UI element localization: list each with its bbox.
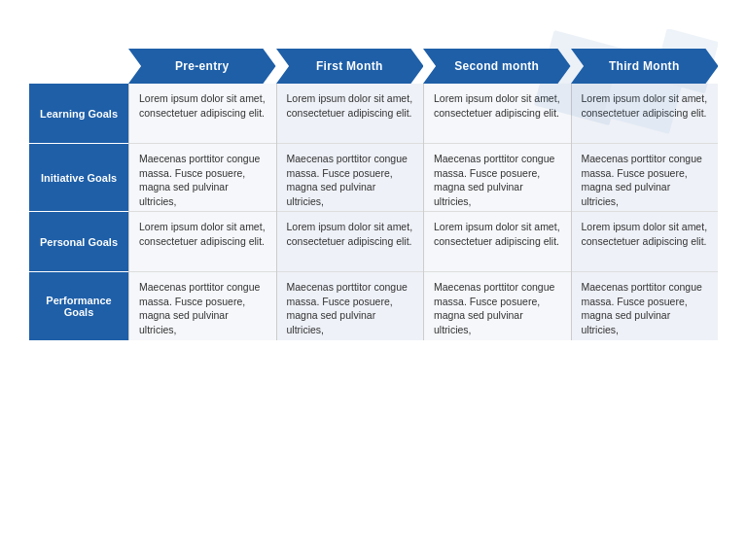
header-label-pre-entry: Pre-entry [175, 59, 229, 73]
header-arrow-third-month: Third Month [571, 49, 719, 84]
header-arrow-pre-entry: Pre-entry [128, 49, 276, 84]
cell-initiative-goals-third-month: Maecenas porttitor congue massa. Fusce p… [572, 144, 719, 212]
cell-learning-goals-third-month: Lorem ipsum dolor sit amet, consectetuer… [572, 84, 719, 144]
cell-personal-goals-pre-entry: Lorem ipsum dolor sit amet, consectetuer… [129, 212, 276, 272]
cell-performance-goals-third-month: Maecenas porttitor congue massa. Fusce p… [572, 272, 719, 340]
header-label-third-month: Third Month [609, 59, 680, 73]
cell-learning-goals-first-month: Lorem ipsum dolor sit amet, consectetuer… [277, 84, 424, 144]
row-label-initiative-goals: Initiative Goals [29, 144, 128, 212]
cell-personal-goals-third-month: Lorem ipsum dolor sit amet, consectetuer… [572, 212, 719, 272]
data-col-pre-entry: Lorem ipsum dolor sit amet, consectetuer… [128, 84, 276, 340]
cell-performance-goals-second-month: Maecenas porttitor congue massa. Fusce p… [424, 272, 571, 340]
header-row: Pre-entry First Month Second month Third… [128, 49, 718, 84]
cell-initiative-goals-first-month: Maecenas porttitor congue massa. Fusce p… [277, 144, 424, 212]
header-label-first-month: First Month [316, 59, 383, 73]
row-label-performance-goals: Performance Goals [29, 272, 128, 340]
cell-personal-goals-first-month: Lorem ipsum dolor sit amet, consectetuer… [277, 212, 424, 272]
data-columns: Lorem ipsum dolor sit amet, consectetuer… [128, 84, 718, 340]
header-label-second-month: Second month [454, 59, 539, 73]
cell-performance-goals-first-month: Maecenas porttitor congue massa. Fusce p… [277, 272, 424, 340]
data-col-second-month: Lorem ipsum dolor sit amet, consectetuer… [423, 84, 571, 340]
row-labels-column: Learning GoalsInitiative GoalsPersonal G… [29, 84, 128, 340]
cell-personal-goals-second-month: Lorem ipsum dolor sit amet, consectetuer… [424, 212, 571, 272]
data-col-third-month: Lorem ipsum dolor sit amet, consectetuer… [571, 84, 719, 340]
row-label-learning-goals: Learning Goals [29, 84, 128, 144]
row-label-personal-goals: Personal Goals [29, 212, 128, 272]
data-table: Learning GoalsInitiative GoalsPersonal G… [29, 84, 718, 340]
cell-initiative-goals-second-month: Maecenas porttitor congue massa. Fusce p… [424, 144, 571, 212]
cell-performance-goals-pre-entry: Maecenas porttitor congue massa. Fusce p… [129, 272, 276, 340]
data-col-first-month: Lorem ipsum dolor sit amet, consectetuer… [276, 84, 424, 340]
cell-initiative-goals-pre-entry: Maecenas porttitor congue massa. Fusce p… [129, 144, 276, 212]
header-arrow-second-month: Second month [423, 49, 571, 84]
cell-learning-goals-second-month: Lorem ipsum dolor sit amet, consectetuer… [424, 84, 571, 144]
header-arrow-first-month: First Month [276, 49, 424, 84]
cell-learning-goals-pre-entry: Lorem ipsum dolor sit amet, consectetuer… [129, 84, 276, 144]
page: Pre-entry First Month Second month Third… [0, 0, 747, 560]
